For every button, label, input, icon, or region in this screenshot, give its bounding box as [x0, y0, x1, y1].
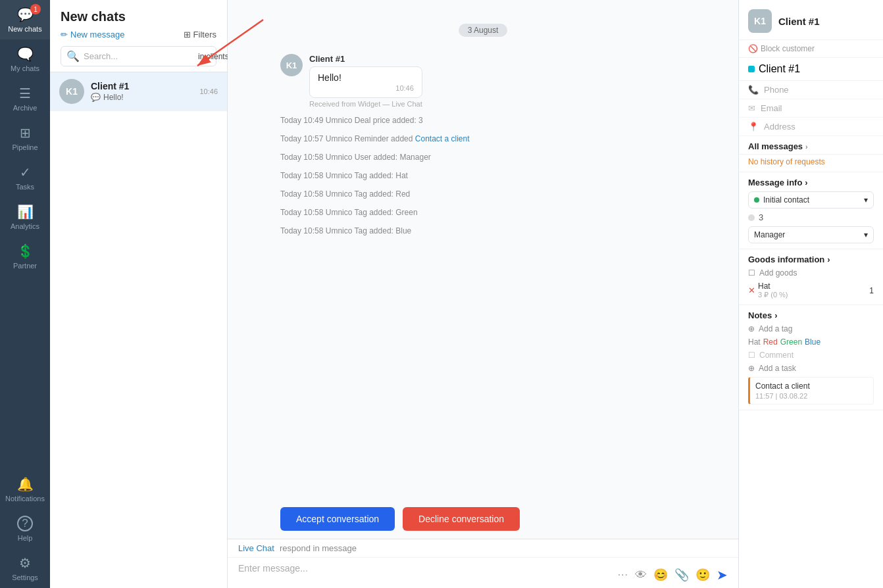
incoming-message-row: K1 Client #1 Hello! 10:46 Received from …: [280, 54, 686, 108]
chat-list-header: New chats ✏ New message ⊞ Filters 🔍 in c…: [50, 0, 227, 72]
goods-item-details: Hat 3 ₽ (0 %): [758, 282, 788, 299]
sidebar-item-tasks[interactable]: ✓ Tasks: [0, 158, 50, 197]
sidebar-item-label-pipeline: Pipeline: [12, 143, 38, 151]
sidebar-item-label-help: Help: [18, 534, 33, 542]
chat-list-title: New chats: [61, 9, 216, 24]
send-button[interactable]: ➤: [717, 567, 728, 583]
my-chats-icon: 🗨️: [17, 46, 34, 62]
notifications-icon: 🔔: [17, 476, 34, 492]
goods-title[interactable]: Goods information ›: [748, 255, 874, 264]
task-card-title: Contact a client: [755, 381, 868, 391]
right-panel: K1 Client #1 🚫 Block customer Client #1 …: [738, 0, 883, 588]
block-customer-label: Block customer: [761, 44, 815, 53]
goods-item-qty: 1: [869, 286, 874, 295]
email-icon: ✉: [748, 103, 755, 113]
chat-list-actions: ✏ New message ⊞ Filters: [61, 30, 216, 39]
sidebar-item-new-chats[interactable]: 1 💬 New chats: [0, 0, 50, 39]
goods-remove-button[interactable]: ✕: [748, 285, 755, 295]
chat-time: 10:46: [199, 87, 218, 95]
log-6: Today 10:58 Umnico Tag added: Blue: [280, 225, 686, 237]
right-client-name-row: Client #1: [739, 58, 883, 81]
sidebar-item-analytics[interactable]: 📊 Analytics: [0, 197, 50, 237]
add-task-button[interactable]: ⊕ Add a task: [748, 364, 874, 373]
sidebar-item-label-notifications: Notifications: [5, 495, 45, 502]
add-goods-button[interactable]: ☐ Add goods: [748, 268, 874, 278]
accept-conversation-button[interactable]: Accept conversation: [280, 507, 395, 531]
decline-conversation-button[interactable]: Decline conversation: [403, 507, 520, 531]
message-input[interactable]: [238, 563, 613, 583]
notes-arrow-icon: ›: [774, 310, 777, 320]
archive-icon: ☰: [19, 86, 31, 101]
right-field-phone[interactable]: 📞 Phone: [739, 81, 883, 99]
goods-info-label: Goods information: [748, 255, 824, 264]
phone-icon: 📞: [748, 85, 759, 95]
pencil-icon: ✏: [61, 30, 68, 39]
date-divider-label: 3 August: [459, 24, 508, 37]
right-field-email[interactable]: ✉ Email: [739, 99, 883, 118]
all-messages-section-header[interactable]: All messages ›: [739, 136, 883, 155]
comment-icon: ☐: [748, 351, 755, 360]
goods-arrow-icon: ›: [827, 255, 830, 264]
tag-blue[interactable]: Blue: [805, 337, 820, 347]
filters-button[interactable]: ⊞ Filters: [184, 30, 216, 39]
address-label: Address: [764, 122, 795, 132]
notes-title[interactable]: Notes ›: [748, 310, 874, 320]
log-0: Today 10:49 Umnico Deal price added: 3: [280, 114, 686, 126]
deal-number-dot: [748, 214, 755, 221]
contact-type-dot: [754, 197, 759, 203]
filters-label: Filters: [193, 30, 216, 39]
tags-row: Hat Red Green Blue: [748, 337, 874, 347]
message-content: Client #1 Hello! 10:46 Received from Wid…: [309, 54, 422, 108]
date-divider: 3 August: [280, 24, 686, 37]
chat-body: 3 August K1 Client #1 Hello! 10:46 Recei…: [228, 0, 738, 499]
manager-select[interactable]: Manager ▾: [748, 226, 874, 243]
message-info-label: Message info: [748, 178, 802, 187]
sticker-icon[interactable]: 🙂: [695, 568, 710, 582]
sidebar-item-settings[interactable]: ⚙ Settings: [0, 549, 50, 588]
add-tag-label: Add a tag: [759, 324, 792, 333]
tag-hat[interactable]: Hat: [748, 337, 761, 347]
add-tag-button[interactable]: ⊕ Add a tag: [748, 324, 874, 333]
add-goods-label: Add goods: [759, 268, 797, 278]
goods-item-hat: ✕ Hat 3 ₽ (0 %) 1: [748, 282, 874, 299]
chat-list-panel: New chats ✏ New message ⊞ Filters 🔍 in c…: [50, 0, 228, 588]
notes-label: Notes: [748, 310, 772, 320]
tag-red[interactable]: Red: [763, 337, 778, 347]
new-message-button[interactable]: ✏ New message: [61, 30, 124, 39]
log-link-1[interactable]: Contact a client: [415, 134, 470, 143]
attachment-icon[interactable]: 📎: [674, 568, 689, 582]
deal-number-row: 3: [748, 212, 874, 222]
emoji-icon[interactable]: 😊: [653, 568, 668, 582]
phone-label: Phone: [764, 85, 789, 95]
right-field-address[interactable]: 📍 Address: [739, 118, 883, 136]
sidebar-item-label-partner: Partner: [13, 262, 37, 270]
partner-icon: 💲: [17, 243, 34, 259]
chat-info-client1: Client #1 💬 Hello!: [91, 81, 199, 102]
plus-icon: ☐: [748, 268, 755, 278]
comment-placeholder: Comment: [759, 351, 794, 360]
sidebar-item-partner[interactable]: 💲 Partner: [0, 237, 50, 276]
no-history-label: No history of requests: [739, 155, 883, 172]
message-time: 10:46: [318, 84, 414, 92]
goods-item-price: 3 ₽ (0 %): [758, 291, 788, 299]
in-clients-label: in clients: [198, 52, 229, 61]
eye-icon[interactable]: 👁: [635, 568, 647, 582]
sidebar-item-archive[interactable]: ☰ Archive: [0, 79, 50, 118]
sidebar-item-pipeline[interactable]: ⊞ Pipeline: [0, 118, 50, 158]
task-card[interactable]: Contact a client 11:57 | 03.08.22: [748, 377, 874, 404]
search-input[interactable]: [84, 51, 194, 61]
chat-item-client1[interactable]: K1 Client #1 💬 Hello! 10:46: [50, 72, 227, 111]
comment-row[interactable]: ☐ Comment: [748, 351, 874, 360]
message-info-title[interactable]: Message info ›: [748, 178, 874, 187]
address-icon: 📍: [748, 122, 759, 132]
all-messages-arrow-icon: ›: [805, 143, 808, 151]
tag-green[interactable]: Green: [780, 337, 802, 347]
sidebar-item-notifications[interactable]: 🔔 Notifications: [0, 470, 50, 509]
input-source-link[interactable]: Live Chat: [238, 543, 274, 553]
contact-type-select[interactable]: Initial contact ▾: [748, 191, 874, 208]
sidebar-item-help[interactable]: ? Help: [0, 509, 50, 549]
sidebar-item-my-chats[interactable]: 🗨️ My chats: [0, 39, 50, 79]
input-toolbar: Live Chat respond in message: [228, 539, 738, 558]
block-customer-button[interactable]: 🚫 Block customer: [739, 40, 883, 58]
filter-icon: ⊞: [184, 30, 191, 39]
